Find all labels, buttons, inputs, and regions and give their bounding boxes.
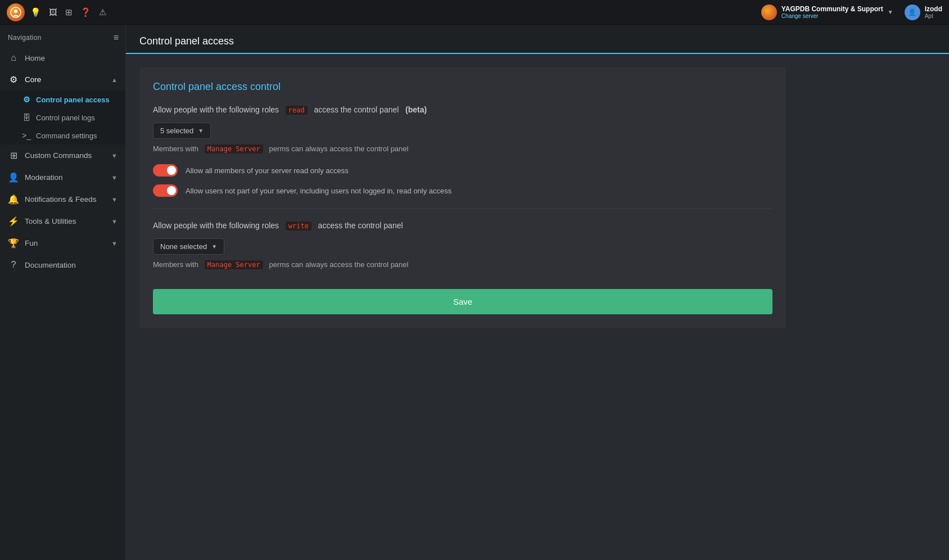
core-chevron: ▲: [111, 76, 118, 83]
change-server-link[interactable]: Change server: [781, 13, 883, 19]
sidebar-item-notifications-feeds[interactable]: 🔔 Notifications & Feeds ▼: [0, 188, 125, 210]
read-dropdown-arrow: ▼: [198, 128, 204, 134]
fun-chevron: ▼: [111, 240, 118, 247]
toggle-non-members-label: Allow users not part of your server, inc…: [186, 187, 451, 195]
write-label-prefix: Allow people with the following roles: [153, 221, 279, 230]
tools-chevron: ▼: [111, 218, 118, 225]
read-dropdown-label: 5 selected: [160, 127, 193, 135]
app-logo: [7, 3, 25, 21]
image-icon[interactable]: 🖼: [49, 7, 57, 17]
server-info[interactable]: YAGPDB Community & Support Change server…: [761, 4, 893, 20]
grid-icon[interactable]: ⊞: [65, 7, 73, 17]
toggle-all-members-label: Allow all members of your server read on…: [186, 166, 349, 175]
user-text: lzodd Apt: [925, 5, 942, 19]
control-panel-logs-icon: 🗄: [21, 113, 31, 122]
sidebar-item-fun[interactable]: 🏆 Fun ▼: [0, 232, 125, 254]
toggle-row-1: Allow all members of your server read on…: [153, 164, 772, 177]
sidebar-documentation-label: Documentation: [25, 261, 76, 269]
read-label-suffix: access the control panel: [314, 105, 399, 114]
sidebar-item-control-panel-logs[interactable]: 🗄 Control panel logs: [0, 109, 125, 127]
documentation-icon: ?: [8, 260, 19, 270]
write-manage-prefix: Members with: [153, 260, 198, 269]
save-button[interactable]: Save: [153, 289, 772, 314]
sidebar-item-command-settings[interactable]: >_ Command settings: [0, 127, 125, 144]
tools-icon: ⚡: [8, 216, 19, 227]
user-avatar: 👤: [905, 4, 920, 20]
write-keyword: write: [286, 222, 311, 231]
read-manage-server-note: Members with Manage Server perms can alw…: [153, 144, 772, 153]
bulb-icon[interactable]: 💡: [30, 7, 41, 17]
server-dropdown-arrow[interactable]: ▼: [888, 9, 893, 15]
sidebar-item-tools-utilities[interactable]: ⚡ Tools & Utilities ▼: [0, 210, 125, 232]
user-info: 👤 lzodd Apt: [905, 4, 942, 20]
sidebar-custom-commands-label: Custom Commands: [25, 151, 92, 160]
write-dropdown-arrow: ▼: [211, 243, 217, 250]
svg-point-1: [14, 10, 17, 13]
write-role-dropdown[interactable]: None selected ▼: [153, 238, 224, 255]
command-settings-label: Command settings: [36, 132, 97, 140]
content-header: Control panel access: [126, 25, 949, 54]
server-avatar: [761, 4, 777, 20]
sidebar-item-custom-commands[interactable]: ⊞ Custom Commands ▼: [0, 144, 125, 166]
read-manage-suffix: perms can always access the control pane…: [269, 144, 409, 153]
server-name: YAGPDB Community & Support: [781, 5, 883, 13]
question-icon[interactable]: ❓: [80, 7, 91, 17]
moderation-icon: 👤: [8, 172, 19, 183]
toggle-row-2: Allow users not part of your server, inc…: [153, 184, 772, 197]
sidebar-notifications-label: Notifications & Feeds: [25, 195, 97, 204]
sidebar-nav-label: Navigation: [8, 34, 42, 42]
content-area: Control panel access Control panel acces…: [126, 25, 949, 560]
sidebar-fun-label: Fun: [25, 239, 38, 247]
sidebar-moderation-label: Moderation: [25, 173, 63, 182]
sidebar-menu-icon[interactable]: ≡: [114, 33, 119, 43]
sidebar-item-core[interactable]: ⚙ Core ▲: [0, 69, 125, 91]
control-panel-access-icon: ⚙: [21, 95, 31, 104]
toggle-all-members[interactable]: [153, 164, 178, 177]
user-name: lzodd: [925, 5, 942, 13]
main-layout: Navigation ≡ ⌂ Home ⚙ Core ▲ ⚙ Control p…: [0, 25, 949, 560]
sidebar: Navigation ≡ ⌂ Home ⚙ Core ▲ ⚙ Control p…: [0, 25, 126, 560]
fun-icon: 🏆: [8, 238, 19, 249]
custom-commands-chevron: ▼: [111, 152, 118, 159]
topbar-utility-icons: 💡 🖼 ⊞ ❓ ⚠: [30, 7, 106, 17]
notifications-icon: 🔔: [8, 194, 19, 205]
write-manage-suffix: perms can always access the control pane…: [269, 260, 409, 269]
page-title: Control panel access: [139, 35, 234, 53]
main-card: Control panel access control Allow peopl…: [139, 67, 786, 328]
write-label-suffix: access the control panel: [318, 221, 403, 230]
sidebar-item-documentation[interactable]: ? Documentation: [0, 254, 125, 276]
sidebar-header: Navigation ≡: [0, 25, 125, 47]
sidebar-tools-label: Tools & Utilities: [25, 217, 76, 225]
control-panel-logs-label: Control panel logs: [36, 114, 95, 122]
read-keyword: read: [286, 106, 308, 115]
read-section-label: Allow people with the following roles re…: [153, 104, 772, 116]
write-manage-keyword: Manage Server: [205, 260, 263, 269]
topbar: 💡 🖼 ⊞ ❓ ⚠ YAGPDB Community & Support Cha…: [0, 0, 949, 25]
user-sub: Apt: [925, 13, 942, 19]
topbar-right: YAGPDB Community & Support Change server…: [761, 4, 942, 20]
custom-commands-icon: ⊞: [8, 150, 19, 161]
sidebar-item-control-panel-access[interactable]: ⚙ Control panel access: [0, 91, 125, 109]
warning-icon[interactable]: ⚠: [99, 7, 106, 17]
sidebar-item-moderation[interactable]: 👤 Moderation ▼: [0, 166, 125, 188]
write-manage-server-note: Members with Manage Server perms can alw…: [153, 260, 772, 269]
sidebar-item-home[interactable]: ⌂ Home: [0, 47, 125, 69]
read-role-dropdown[interactable]: 5 selected ▼: [153, 123, 211, 139]
sidebar-core-label: Core: [25, 75, 41, 84]
control-panel-access-label: Control panel access: [36, 96, 110, 104]
topbar-left: 💡 🖼 ⊞ ❓ ⚠: [7, 3, 106, 21]
read-label-prefix: Allow people with the following roles: [153, 105, 279, 114]
read-manage-keyword: Manage Server: [205, 144, 263, 153]
read-manage-prefix: Members with: [153, 144, 198, 153]
section-divider: [153, 208, 772, 209]
command-settings-icon: >_: [21, 131, 31, 140]
content-body: Control panel access control Allow peopl…: [126, 54, 949, 560]
card-title: Control panel access control: [153, 81, 772, 93]
notifications-chevron: ▼: [111, 196, 118, 203]
toggle-non-members[interactable]: [153, 184, 178, 197]
sidebar-home-label: Home: [25, 54, 45, 62]
moderation-chevron: ▼: [111, 174, 118, 181]
home-icon: ⌂: [8, 53, 19, 63]
write-dropdown-label: None selected: [160, 242, 207, 251]
core-icon: ⚙: [8, 74, 19, 85]
